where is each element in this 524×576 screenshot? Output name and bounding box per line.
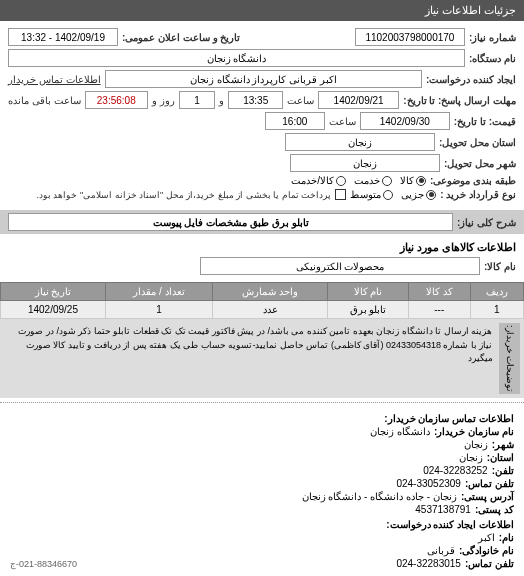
table-row[interactable]: 1 --- تابلو برق عدد 1 1402/09/25: [1, 301, 524, 319]
contact-fax: 024-33052309: [396, 478, 461, 489]
creator-phone: 024-32283015: [396, 558, 461, 569]
deadline-time-field[interactable]: 13:35: [228, 91, 283, 109]
td-name: تابلو برق: [328, 301, 408, 319]
province-label: استان محل تحویل:: [439, 137, 516, 148]
city-field[interactable]: زنجان: [290, 154, 440, 172]
creator-name: اکبر: [478, 532, 495, 543]
request-no-label: شماره نیاز:: [469, 32, 516, 43]
creator-name-label: نام:: [499, 532, 514, 543]
contact-section: اطلاعات تماس سازمان خریدار: نام سازمان خ…: [0, 407, 524, 576]
deadline-label: مهلت ارسال پاسخ: تا تاریخ:: [403, 95, 516, 106]
need-title-field[interactable]: تابلو برق طبق مشخصات فایل پیوست: [8, 213, 453, 231]
contract-minor-radio[interactable]: جزیی: [401, 189, 436, 200]
cat-goods-service-label: کالا/خدمت: [291, 175, 334, 186]
request-no-field[interactable]: 1102003798000170: [355, 28, 465, 46]
org-field[interactable]: دانشگاه زنجان: [8, 49, 465, 67]
radio-selected-icon: [426, 190, 436, 200]
creator-field[interactable]: اکبر قربانی کارپرداز دانشگاه زنجان: [105, 70, 423, 88]
creator-label: ایجاد کننده درخواست:: [426, 74, 516, 85]
contact-fax-label: تلفن تماس:: [465, 478, 514, 489]
countdown-field: 23:56:08: [85, 91, 148, 109]
contract-minor-label: جزیی: [401, 189, 424, 200]
buyer-contact-link[interactable]: اطلاعات تماس خریدار: [8, 74, 101, 85]
contact-section-title: اطلاعات تماس سازمان خریدار:: [10, 413, 514, 424]
th-unit: واحد شمارش: [213, 283, 328, 301]
radio-icon: [383, 190, 393, 200]
contract-medium-label: متوسط: [350, 189, 381, 200]
need-title-label: شرح کلی نیاز:: [457, 217, 516, 228]
goods-name-field[interactable]: محصولات الکترونیکی: [200, 257, 480, 275]
contact-address-label: آدرس پستی:: [461, 491, 514, 502]
time-label-1: ساعت: [287, 95, 314, 106]
need-title-bar: شرح کلی نیاز: تابلو برق طبق مشخصات فایل …: [0, 210, 524, 234]
and-label: و: [219, 95, 224, 106]
time-label-2: ساعت: [329, 116, 356, 127]
full-payment-label: پرداخت تمام یا بخشی از مبلغ خرید،از محل …: [36, 190, 331, 200]
contact-phone: 024-32283252: [423, 465, 488, 476]
creator-family: قربانی: [427, 545, 455, 556]
th-date: تاریخ نیاز: [1, 283, 106, 301]
description-label: توضیحات خریدار:: [499, 323, 521, 394]
announce-label: تاریخ و ساعت اعلان عمومی:: [122, 32, 240, 43]
days-remain-field[interactable]: 1: [179, 91, 216, 109]
creator-phone-label: تلفن تماس:: [465, 558, 514, 569]
contract-radio-group: جزیی متوسط: [350, 189, 436, 200]
announce-field[interactable]: 1402/09/19 - 13:32: [8, 28, 118, 46]
th-no: ردیف: [470, 283, 523, 301]
province-field[interactable]: زنجان: [285, 133, 435, 151]
th-qty: تعداد / مقدار: [105, 283, 212, 301]
radio-icon: [336, 176, 346, 186]
goods-name-label: نام کالا:: [484, 261, 516, 272]
contact-address: زنجان - جاده دانشگاه - دانشگاه زنجان: [302, 491, 457, 502]
price-time-field[interactable]: 16:00: [265, 112, 325, 130]
cat-service-radio[interactable]: خدمت: [354, 175, 392, 186]
th-name: نام کالا: [328, 283, 408, 301]
contact-province: زنجان: [459, 452, 483, 463]
cat-goods-label: کالا: [400, 175, 414, 186]
contact-province-label: استان:: [487, 452, 514, 463]
radio-icon: [382, 176, 392, 186]
creator-section-title: اطلاعات ایجاد کننده درخواست:: [10, 519, 514, 530]
category-radio-group: کالا خدمت کالا/خدمت: [291, 175, 426, 186]
cat-goods-radio[interactable]: کالا: [400, 175, 426, 186]
contact-phone-label: تلفن:: [492, 465, 514, 476]
table-header-row: ردیف کد کالا نام کالا واحد شمارش تعداد /…: [1, 283, 524, 301]
description-box: توضیحات خریدار: هزینه ارسال تا دانشگاه ز…: [0, 319, 524, 398]
contact-org-label: نام سازمان خریدار:: [434, 426, 514, 437]
contact-postal-label: کد پستی:: [475, 504, 514, 515]
deadline-date-field[interactable]: 1402/09/21: [318, 91, 399, 109]
contact-city: زنجان: [464, 439, 488, 450]
td-qty: 1: [105, 301, 212, 319]
goods-table: ردیف کد کالا نام کالا واحد شمارش تعداد /…: [0, 282, 524, 319]
contact-postal: 4537138791: [415, 504, 471, 515]
cat-service-label: خدمت: [354, 175, 380, 186]
td-code: ---: [408, 301, 470, 319]
panel-title: جزئیات اطلاعات نیاز: [425, 4, 516, 16]
days-remain-label: روز و: [152, 95, 175, 106]
td-date: 1402/09/25: [1, 301, 106, 319]
contact-org: دانشگاه زنجان: [370, 426, 430, 437]
full-payment-checkbox[interactable]: [335, 189, 346, 200]
th-code: کد کالا: [408, 283, 470, 301]
description-text: هزینه ارسال تا دانشگاه زنجان بعهده تامین…: [4, 323, 499, 394]
category-label: طبقه بندی موضوعی:: [430, 175, 516, 186]
footer-code: 021-88346670-ج: [10, 559, 77, 569]
td-unit: عدد: [213, 301, 328, 319]
contract-label: نوع قرارداد خرید :: [440, 189, 516, 200]
td-no: 1: [470, 301, 523, 319]
price-label: قیمت: تا تاریخ:: [454, 116, 516, 127]
cat-goods-service-radio[interactable]: کالا/خدمت: [291, 175, 346, 186]
org-label: نام دستگاه:: [469, 53, 516, 64]
price-date-field[interactable]: 1402/09/30: [360, 112, 450, 130]
contract-medium-radio[interactable]: متوسط: [350, 189, 393, 200]
contact-city-label: شهر:: [492, 439, 514, 450]
panel-header: جزئیات اطلاعات نیاز: [0, 0, 524, 21]
creator-family-label: نام خانوادگی:: [459, 545, 514, 556]
city-label: شهر محل تحویل:: [444, 158, 516, 169]
countdown-label: ساعت باقی مانده: [8, 95, 81, 106]
radio-selected-icon: [416, 176, 426, 186]
goods-section-title: اطلاعات کالاهای مورد نیاز: [400, 241, 516, 253]
